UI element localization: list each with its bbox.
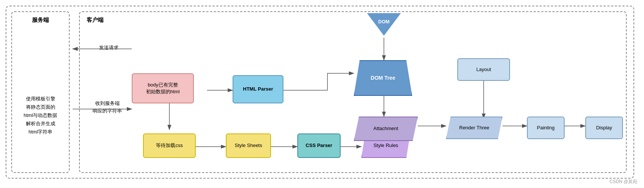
watermark: CSDN @莫宛 (609, 179, 637, 185)
html-parser-box: HTML Parser (233, 75, 283, 103)
painting-label: Painting (537, 124, 555, 131)
style-rules-label: Style Rules (373, 142, 398, 149)
display-box: Display (585, 117, 623, 139)
dom-tree-shape: DOM Tree (354, 60, 412, 96)
style-sheets-label: Style Sheets (235, 142, 262, 149)
css-parser-box: CSS Parser (297, 133, 341, 158)
layout-box: Layout (457, 58, 510, 81)
server-title: 服务端 (12, 17, 69, 24)
send-request-label: 发送请求 (73, 44, 119, 51)
painting-box: Painting (527, 117, 565, 139)
receive-response-label: 收到服务端响应的字符串 (83, 100, 132, 114)
css-parser-label: CSS Parser (306, 142, 332, 149)
html-parser-label: HTML Parser (243, 86, 273, 92)
render-three-shape: Render Three (446, 117, 502, 139)
style-sheets-box: Style Sheets (226, 133, 271, 158)
render-three-label: Render Three (459, 124, 489, 131)
body-html-label: body已有完整初始数据的html (146, 82, 180, 95)
dom-tree-label: DOM Tree (371, 74, 395, 82)
dom-label: DOM (378, 19, 390, 24)
layout-label: Layout (476, 66, 491, 73)
server-description: 使用模板引擎将静态页面的html与动态数据解析合并生成html字符串 (12, 95, 69, 136)
dom-triangle: DOM (367, 13, 401, 36)
attachment-label: Attachment (373, 125, 398, 132)
wait-css-box: 等待加载css (143, 133, 196, 158)
display-label: Display (596, 124, 612, 131)
client-title: 客户端 (87, 17, 104, 24)
attachment-shape: Attachment (354, 117, 418, 141)
body-html-box: body已有完整初始数据的html (132, 73, 194, 103)
wait-css-label: 等待加载css (156, 142, 183, 149)
server-section: 服务端 使用模板引擎将静态页面的html与动态数据解析合并生成html字符串 (11, 11, 70, 173)
